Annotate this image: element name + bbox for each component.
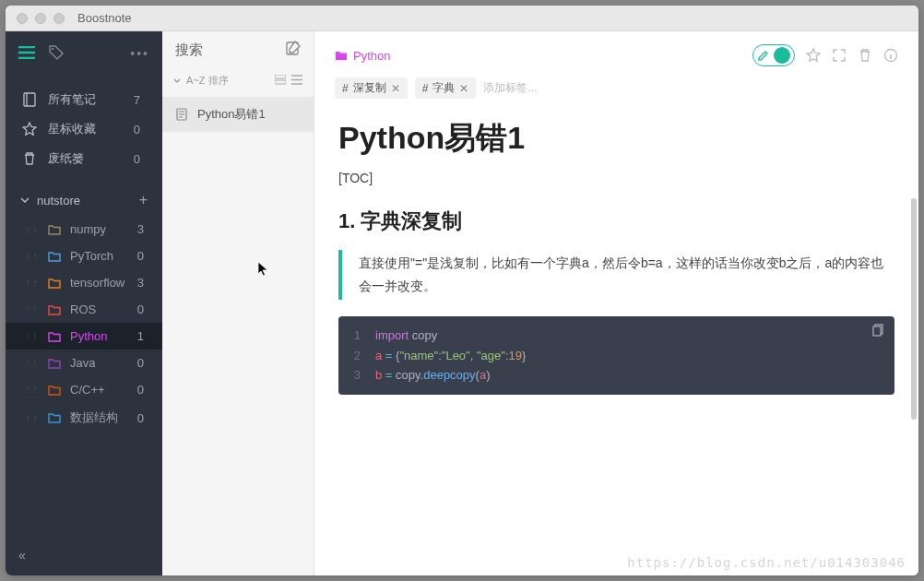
- folder-icon: [48, 304, 61, 315]
- window-title: Boostnote: [77, 11, 132, 25]
- code-line: 3b = copy.deepcopy(a): [349, 365, 883, 385]
- sidebar-folder-pytorch[interactable]: ⋮⋮ PyTorch 0: [6, 243, 162, 269]
- folder-count: 0: [137, 411, 153, 425]
- close-dot[interactable]: [17, 13, 28, 24]
- sidebar-folder-c/c++[interactable]: ⋮⋮ C/C++ 0: [6, 376, 162, 403]
- svg-rect-8: [873, 326, 881, 336]
- svg-rect-4: [275, 80, 286, 84]
- svg-rect-1: [24, 93, 35, 106]
- all-notes-label: 所有笔记: [48, 91, 96, 108]
- sidebar-folder-tensorflow[interactable]: ⋮⋮ tensorflow 3: [6, 269, 162, 296]
- folder-name: Java: [70, 356, 95, 370]
- trash-icon[interactable]: [858, 48, 872, 63]
- app-window: Boostnote ••• 所有笔记 7: [6, 6, 918, 575]
- scrollbar-thumb[interactable]: [911, 198, 917, 420]
- svg-point-0: [52, 47, 53, 49]
- folder-icon: [335, 50, 348, 61]
- sort-bar: A~Z 排序: [162, 68, 314, 97]
- all-notes-count: 7: [134, 93, 146, 107]
- mode-indicator: [774, 47, 790, 64]
- sidebar-all-notes[interactable]: 所有笔记 7: [6, 85, 162, 114]
- book-icon: [22, 92, 37, 107]
- tag-bar: #深复制 ✕ #字典 ✕ 添加标签...: [314, 74, 918, 106]
- more-icon[interactable]: •••: [130, 46, 149, 61]
- sidebar-folder-数据结构[interactable]: ⋮⋮ 数据结构 0: [6, 403, 162, 433]
- edit-toggle[interactable]: [752, 44, 795, 66]
- document-icon: [175, 108, 188, 121]
- app-body: ••• 所有笔记 7 星标收藏 0 废纸篓 0: [6, 31, 918, 575]
- folder-name: numpy: [70, 222, 106, 236]
- drag-handle-icon: ⋮⋮: [24, 385, 39, 394]
- note-list-panel: 搜索 A~Z 排序 Python易错1: [162, 31, 314, 575]
- tag-remove-icon[interactable]: ✕: [459, 82, 468, 95]
- view-list-icon[interactable]: [291, 75, 302, 87]
- editor-panel: Python #深复制 ✕ #字典 ✕ 添加标签...: [314, 31, 918, 575]
- sidebar: ••• 所有笔记 7 星标收藏 0 废纸篓 0: [6, 31, 162, 575]
- add-tag-input[interactable]: 添加标签...: [483, 80, 537, 96]
- folder-icon: [48, 224, 61, 235]
- drag-handle-icon: ⋮⋮: [24, 414, 39, 422]
- folder-name: Python: [353, 49, 390, 63]
- sidebar-folder-python[interactable]: ⋮⋮ Python 1: [6, 323, 162, 350]
- traffic-lights: [17, 13, 65, 24]
- folder-count: 0: [137, 249, 153, 263]
- sidebar-folder-numpy[interactable]: ⋮⋮ numpy 3: [6, 216, 162, 243]
- folder-icon: [48, 358, 61, 369]
- copy-icon[interactable]: [872, 324, 885, 339]
- section-heading: 1. 字典深复制: [338, 208, 894, 235]
- search-input[interactable]: 搜索: [175, 42, 278, 59]
- note-title-heading: Python易错1: [338, 117, 894, 160]
- folder-count: 3: [137, 276, 153, 290]
- new-note-icon[interactable]: [286, 41, 301, 59]
- svg-rect-3: [275, 75, 286, 78]
- notelist-top: 搜索: [162, 31, 314, 68]
- sidebar-trash[interactable]: 废纸篓 0: [6, 144, 162, 173]
- tag-chip[interactable]: #深复制 ✕: [335, 77, 408, 99]
- toc-marker: [TOC]: [338, 171, 894, 185]
- drag-handle-icon: ⋮⋮: [24, 332, 39, 340]
- tag-chip[interactable]: #字典 ✕: [415, 77, 477, 99]
- fullscreen-icon[interactable]: [832, 48, 847, 63]
- collapse-sidebar[interactable]: «: [6, 539, 162, 575]
- folder-count: 3: [137, 222, 153, 236]
- view-compact-icon[interactable]: [275, 75, 286, 87]
- code-block: 1import copy 2a = {"name":"Leo", "age":1…: [338, 316, 894, 394]
- folder-breadcrumb[interactable]: Python: [335, 49, 390, 63]
- folder-icon: [48, 251, 61, 262]
- info-icon[interactable]: [883, 48, 898, 63]
- drag-handle-icon: ⋮⋮: [24, 305, 39, 314]
- blockquote: 直接使用"="是浅复制，比如有一个字典a，然后令b=a，这样的话当你改变b之后，…: [338, 250, 894, 300]
- menu-icon[interactable]: [18, 46, 35, 62]
- folder-count: 0: [137, 302, 153, 316]
- minimize-dot[interactable]: [35, 13, 46, 24]
- starred-count: 0: [134, 123, 146, 136]
- code-line: 2a = {"name":"Leo", "age":19}: [349, 346, 883, 365]
- sidebar-folder-java[interactable]: ⋮⋮ Java 0: [6, 350, 162, 376]
- sort-label[interactable]: A~Z 排序: [186, 74, 229, 88]
- folder-icon: [48, 331, 61, 342]
- storage-header[interactable]: nutstore +: [6, 179, 162, 216]
- maximize-dot[interactable]: [53, 13, 65, 24]
- note-list-item[interactable]: Python易错1: [162, 97, 314, 132]
- folder-icon: [48, 385, 61, 396]
- tag-icon[interactable]: [48, 44, 65, 64]
- tag-remove-icon[interactable]: ✕: [391, 82, 400, 95]
- sidebar-starred[interactable]: 星标收藏 0: [6, 114, 162, 144]
- titlebar[interactable]: Boostnote: [6, 6, 918, 31]
- starred-label: 星标收藏: [48, 121, 96, 137]
- drag-handle-icon: ⋮⋮: [24, 279, 39, 287]
- pencil-icon: [757, 49, 770, 62]
- folder-name: ROS: [70, 302, 96, 316]
- chevron-down-icon[interactable]: [173, 77, 181, 85]
- note-content[interactable]: Python易错1 [TOC] 1. 字典深复制 直接使用"="是浅复制，比如有…: [314, 106, 918, 575]
- drag-handle-icon: ⋮⋮: [24, 225, 39, 233]
- sidebar-folder-ros[interactable]: ⋮⋮ ROS 0: [6, 296, 162, 323]
- folder-name: 数据结构: [70, 409, 118, 426]
- add-folder-icon[interactable]: +: [139, 192, 148, 208]
- editor-actions: [752, 44, 898, 66]
- star-icon[interactable]: [806, 48, 821, 63]
- editor-header: Python: [314, 31, 918, 74]
- folder-count: 1: [137, 329, 153, 343]
- drag-handle-icon: ⋮⋮: [24, 252, 39, 260]
- trash-label: 废纸篓: [48, 150, 84, 167]
